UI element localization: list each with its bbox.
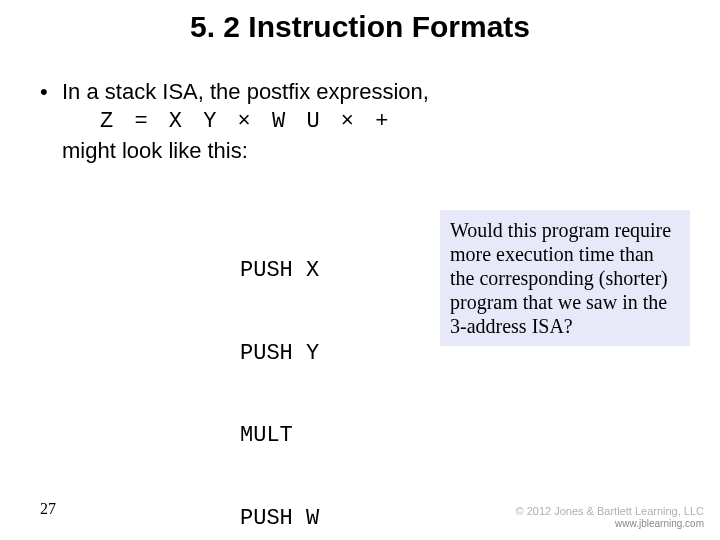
copyright-line1: © 2012 Jones & Bartlett Learning, LLC — [516, 505, 705, 518]
after-text: might look like this: — [62, 137, 680, 165]
bullet-item: • In a stack ISA, the postfix expression… — [40, 78, 680, 106]
bullet-dot: • — [40, 78, 62, 106]
copyright: © 2012 Jones & Bartlett Learning, LLC ww… — [516, 505, 705, 530]
page-number: 27 — [40, 500, 56, 518]
code-line: PUSH X — [240, 257, 319, 285]
callout-note: Would this program require more executio… — [440, 210, 690, 346]
code-line: MULT — [240, 422, 319, 450]
slide: 5. 2 Instruction Formats • In a stack IS… — [0, 0, 720, 540]
slide-body: • In a stack ISA, the postfix expression… — [40, 78, 680, 165]
code-line: PUSH W — [240, 505, 319, 533]
slide-title: 5. 2 Instruction Formats — [0, 10, 720, 44]
code-block: PUSH X PUSH Y MULT PUSH W PUSH U MULT AD… — [240, 202, 319, 540]
copyright-line2: www.jblearning.com — [516, 518, 705, 530]
bullet-text: In a stack ISA, the postfix expression, — [62, 78, 680, 106]
code-line: PUSH Y — [240, 340, 319, 368]
postfix-expression: Z = X Y × W U × + — [100, 108, 680, 136]
